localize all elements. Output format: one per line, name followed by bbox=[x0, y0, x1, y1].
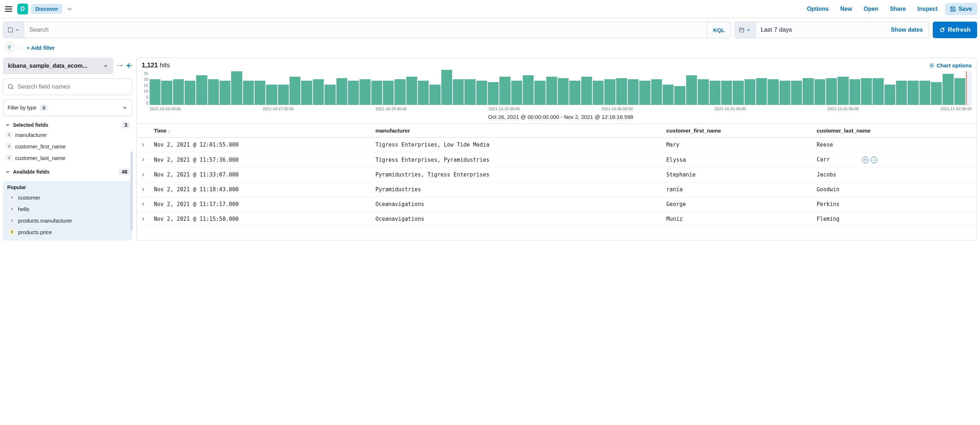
bar[interactable] bbox=[488, 82, 499, 105]
bar[interactable] bbox=[546, 77, 557, 105]
bar[interactable] bbox=[955, 78, 965, 105]
bar[interactable] bbox=[301, 81, 312, 105]
bar[interactable] bbox=[360, 79, 370, 105]
chart-options-button[interactable]: Chart options bbox=[929, 62, 972, 68]
col-first-name[interactable]: customer_first_name bbox=[662, 124, 812, 138]
filter-by-type-button[interactable]: Filter by type 0 bbox=[3, 99, 132, 116]
show-dates-button[interactable]: Show dates bbox=[885, 22, 929, 38]
bar[interactable] bbox=[710, 81, 721, 105]
expand-row-button[interactable] bbox=[137, 212, 150, 227]
bar[interactable] bbox=[348, 81, 359, 105]
bar[interactable] bbox=[651, 79, 662, 105]
bar[interactable] bbox=[721, 81, 732, 105]
bar[interactable] bbox=[920, 81, 930, 105]
bar[interactable] bbox=[208, 79, 219, 105]
bar[interactable] bbox=[511, 81, 522, 105]
collapse-sidebar-icon[interactable] bbox=[126, 62, 132, 70]
field-item[interactable]: tcustomer_last_name bbox=[3, 153, 132, 163]
field-search-input[interactable] bbox=[18, 83, 127, 90]
filter-out-icon[interactable]: − bbox=[871, 157, 877, 163]
bar[interactable] bbox=[150, 79, 161, 105]
bar[interactable] bbox=[231, 71, 242, 105]
expand-row-button[interactable] bbox=[137, 138, 150, 152]
bar[interactable] bbox=[942, 74, 953, 105]
bar[interactable] bbox=[663, 85, 673, 105]
time-quick-select[interactable] bbox=[735, 22, 756, 38]
bar[interactable] bbox=[313, 79, 324, 105]
bar[interactable] bbox=[406, 77, 417, 105]
bar[interactable] bbox=[628, 79, 638, 105]
bar[interactable] bbox=[453, 79, 464, 105]
bar[interactable] bbox=[780, 81, 790, 105]
bar[interactable] bbox=[674, 86, 685, 105]
refresh-button[interactable]: Refresh bbox=[933, 22, 977, 38]
bar[interactable] bbox=[476, 81, 487, 105]
bar[interactable] bbox=[885, 85, 895, 105]
options-link[interactable]: Options bbox=[803, 3, 833, 14]
app-switcher-chevron[interactable] bbox=[65, 5, 74, 13]
new-link[interactable]: New bbox=[836, 3, 856, 14]
query-language-button[interactable]: KQL bbox=[707, 22, 730, 38]
expand-row-button[interactable] bbox=[137, 197, 150, 212]
bar[interactable] bbox=[220, 81, 231, 105]
bar[interactable] bbox=[896, 81, 907, 105]
bar[interactable] bbox=[336, 78, 347, 105]
bar[interactable] bbox=[768, 79, 778, 105]
field-item[interactable]: thello bbox=[6, 204, 129, 214]
scrollbar[interactable] bbox=[130, 151, 133, 230]
bar[interactable] bbox=[639, 81, 650, 105]
add-filter-button[interactable]: + Add filter bbox=[27, 44, 55, 51]
bar[interactable] bbox=[418, 81, 429, 105]
expand-row-button[interactable] bbox=[137, 168, 150, 182]
share-link[interactable]: Share bbox=[886, 3, 910, 14]
bar[interactable] bbox=[243, 81, 254, 105]
bar[interactable] bbox=[371, 81, 382, 105]
bar[interactable] bbox=[791, 81, 802, 105]
expand-row-button[interactable] bbox=[137, 182, 150, 197]
available-fields-toggle[interactable]: Available fields 48 bbox=[3, 167, 132, 176]
index-pattern-selector[interactable]: kibana_sample_data_ecom... bbox=[3, 58, 113, 74]
bar[interactable] bbox=[558, 78, 569, 105]
filter-in-icon[interactable]: + bbox=[862, 157, 869, 163]
time-range-label[interactable]: Last 7 days bbox=[756, 22, 885, 38]
bar[interactable] bbox=[430, 85, 440, 105]
field-item[interactable]: tcustomer_first_name bbox=[3, 141, 132, 151]
histogram-chart[interactable]: 2520151050 2021-10-26 00:002021-10-27 00… bbox=[137, 71, 977, 124]
col-last-name[interactable]: customer_last_name bbox=[812, 124, 977, 138]
field-item[interactable]: tmanufacturer bbox=[3, 130, 132, 140]
open-link[interactable]: Open bbox=[859, 3, 883, 14]
bar[interactable] bbox=[465, 79, 475, 105]
bar[interactable] bbox=[756, 78, 767, 105]
filter-options-button[interactable] bbox=[4, 43, 14, 52]
bar[interactable] bbox=[185, 81, 196, 105]
bar[interactable] bbox=[826, 78, 837, 105]
bar[interactable] bbox=[698, 79, 708, 105]
bar[interactable] bbox=[873, 78, 883, 105]
col-time[interactable]: Time↓ bbox=[150, 124, 371, 138]
bar[interactable] bbox=[570, 81, 580, 105]
bar[interactable] bbox=[173, 79, 184, 105]
bar[interactable] bbox=[161, 81, 172, 105]
bar[interactable] bbox=[850, 79, 860, 105]
save-button[interactable]: Save bbox=[945, 3, 977, 15]
bar[interactable] bbox=[535, 81, 545, 105]
field-item[interactable]: #products.price bbox=[6, 227, 129, 237]
bar[interactable] bbox=[278, 85, 289, 105]
inspect-link[interactable]: Inspect bbox=[913, 3, 942, 14]
expand-row-button[interactable] bbox=[137, 152, 150, 168]
bar[interactable] bbox=[581, 77, 592, 105]
add-index-icon[interactable] bbox=[116, 62, 123, 70]
bar[interactable] bbox=[803, 78, 813, 105]
bar[interactable] bbox=[593, 81, 604, 105]
bar[interactable] bbox=[815, 79, 825, 105]
field-item[interactable]: tproducts.manufacturer bbox=[6, 216, 129, 225]
bar[interactable] bbox=[266, 85, 277, 105]
bar[interactable] bbox=[733, 81, 743, 105]
bar[interactable] bbox=[686, 75, 697, 105]
bar[interactable] bbox=[861, 78, 872, 105]
bar[interactable] bbox=[931, 82, 942, 105]
bar[interactable] bbox=[196, 75, 207, 105]
field-item[interactable]: tcustomer bbox=[6, 192, 129, 202]
col-manufacturer[interactable]: manufacturer bbox=[371, 124, 662, 138]
bar[interactable] bbox=[500, 77, 510, 105]
